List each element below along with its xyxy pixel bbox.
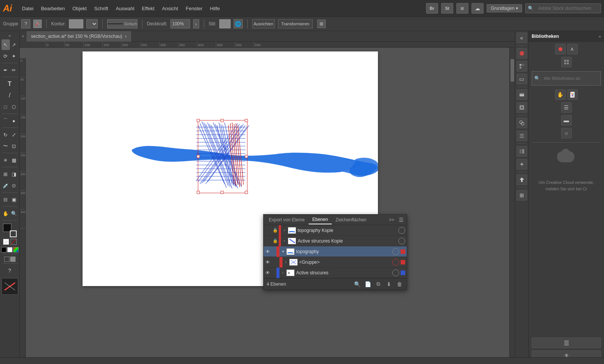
rp-rect-icon[interactable]: ▬ — [561, 115, 572, 126]
shaper-tool[interactable]: ⬡ — [10, 101, 18, 112]
layer-expand-btn[interactable]: › — [279, 268, 286, 278]
mesh-tool[interactable]: ⊞ — [2, 169, 10, 179]
layer-lock-btn[interactable]: 🔒 — [272, 236, 279, 246]
artboard-container[interactable]: Export von Eleme Ebenen Zeichenflächen >… — [26, 48, 515, 364]
stroke-width-select[interactable] — [86, 19, 98, 28]
measure-tool[interactable]: ⊙ — [10, 180, 18, 191]
layer-row-active[interactable]: 👁 › + Active strucures — [264, 268, 407, 278]
collapse-tools-btn[interactable]: « — [2, 33, 18, 39]
hand-tool[interactable]: ✋ — [2, 208, 10, 219]
canvas-content[interactable]: 0 50 100 150 200 250 300 350 400 — [20, 48, 515, 364]
layer-target-circle[interactable] — [392, 269, 399, 276]
layers-new-layer-btn[interactable]: 📄 — [364, 280, 372, 288]
panel-menu-btn[interactable]: ☰ — [397, 216, 405, 224]
stil-color-box[interactable] — [219, 19, 231, 28]
menu-auswahl[interactable]: Auswahl — [112, 4, 138, 13]
rp-circle-icon[interactable]: ○ — [561, 128, 572, 138]
none-swatch[interactable] — [11, 239, 17, 245]
layer-row-topography-kopie[interactable]: 🔒 › topography Kopie — [264, 225, 407, 236]
stroke-style-preview[interactable]: Einfach — [107, 19, 137, 28]
rp-search-input[interactable] — [542, 74, 598, 83]
strip-stroke-btn[interactable] — [517, 89, 527, 100]
layer-target-circle[interactable] — [392, 248, 399, 255]
options-question-btn[interactable]: ? — [21, 19, 30, 28]
layer-visibility-toggle[interactable]: 👁 — [264, 246, 272, 257]
document-tab[interactable]: section_active.ai* bei 150 % (RGB/Vorsch… — [27, 31, 132, 42]
layer-row-gruppe[interactable]: 👁 › <Gruppe> — [264, 257, 407, 268]
layer-expand-btn[interactable]: ▾ — [279, 246, 286, 257]
help-tool[interactable]: ? — [2, 265, 18, 276]
layer-expand-btn[interactable]: › — [281, 236, 288, 246]
strip-link-btn[interactable] — [517, 159, 527, 170]
layers-move-down-btn[interactable]: ⬇ — [385, 280, 393, 288]
rectangle-tool[interactable]: □ — [2, 101, 10, 112]
workspace-switcher-icon[interactable]: ⊞ — [456, 3, 468, 14]
strip-export-btn[interactable] — [517, 174, 527, 185]
eyedropper-tool[interactable]: 💉 — [2, 180, 10, 191]
document-close-btn[interactable]: × — [125, 34, 127, 39]
strip-pathfinder-btn[interactable] — [517, 118, 527, 128]
layer-lock-btn[interactable] — [272, 268, 276, 278]
layer-row-active-kopie[interactable]: 🔒 › Active strucures Kopie — [264, 236, 407, 246]
layer-visibility-toggle[interactable] — [264, 236, 272, 246]
layer-target-circle[interactable] — [398, 227, 405, 234]
strip-align-btn[interactable] — [517, 131, 527, 141]
scale-tool[interactable]: ⤢ — [10, 129, 18, 140]
menu-ansicht[interactable]: Ansicht — [158, 4, 182, 13]
gradient-tool[interactable]: ◨ — [10, 169, 18, 179]
tab-ebenen[interactable]: Ebenen — [309, 215, 332, 224]
pencil-tool-icon[interactable] — [33, 20, 42, 28]
stroke-swatch[interactable] — [10, 230, 17, 237]
scroll-thumb-v[interactable] — [510, 59, 514, 82]
rp-menu-icon[interactable]: ☰ — [561, 102, 572, 113]
rp-color-icon[interactable] — [555, 44, 566, 54]
rp-layers-btn[interactable] — [532, 338, 601, 348]
vertical-scrollbar[interactable] — [509, 48, 515, 364]
menu-bearbeiten[interactable]: Bearbeiten — [37, 4, 69, 13]
adobe-stock-search[interactable] — [535, 5, 598, 12]
menu-datei[interactable]: Datei — [18, 4, 37, 13]
menu-hilfe[interactable]: Hilfe — [206, 4, 224, 13]
layer-expand-btn[interactable]: › — [282, 257, 289, 268]
black-swatch[interactable] — [1, 247, 6, 252]
layers-delete-btn[interactable]: 🗑 — [395, 280, 404, 288]
strip-collapse-btn[interactable]: « — [517, 33, 527, 43]
white-swatch[interactable] — [7, 247, 12, 252]
slice-tool[interactable]: ⊟ — [2, 194, 10, 205]
stock-btn[interactable]: St — [441, 3, 453, 14]
strip-artboards-btn[interactable]: ⊞ — [517, 190, 527, 201]
rotate-tool[interactable]: ↻ — [2, 129, 10, 140]
type-tool[interactable]: T — [2, 79, 18, 89]
direct-selection-tool[interactable]: ↗ — [10, 39, 18, 50]
menu-schrift[interactable]: Schrift — [91, 4, 112, 13]
layer-lock-btn[interactable] — [272, 257, 276, 268]
strip-gradient-btn[interactable]: ▭ — [517, 74, 527, 84]
ausrichten-btn[interactable]: Ausrichten — [252, 19, 275, 28]
strip-color-btn[interactable] — [517, 48, 527, 59]
pencil-tool[interactable]: ✏ — [10, 65, 18, 75]
transform-more-icon[interactable]: ⊞ — [317, 20, 326, 28]
lasso-tool[interactable]: ⟳ — [2, 51, 10, 61]
tab-export[interactable]: Export von Eleme — [265, 216, 309, 224]
panel-more-btn[interactable]: >> — [387, 216, 396, 223]
transformieren-btn[interactable]: Transformieren — [278, 19, 313, 28]
normal-mode-btn[interactable] — [4, 257, 9, 262]
menu-effekt[interactable]: Effekt — [138, 4, 158, 13]
pen-tool[interactable]: ✒ — [2, 65, 10, 75]
layer-lock-btn[interactable]: 🔒 — [272, 225, 279, 236]
blob-brush-tool[interactable]: ● — [10, 115, 18, 126]
deckkraft-input[interactable] — [170, 19, 190, 28]
rp-card-icon[interactable]: 🃏 — [567, 89, 578, 100]
layer-visibility-toggle[interactable] — [264, 225, 272, 236]
tab-collapse-btn[interactable]: « — [20, 31, 27, 42]
swap-colors-icon[interactable]: ⇄ — [3, 239, 9, 245]
layer-expand-btn[interactable]: › — [281, 225, 288, 236]
color-swatch[interactable] — [13, 247, 19, 252]
symbol-sprayer-tool[interactable]: ✳ — [2, 155, 10, 165]
rp-charstyle-icon[interactable]: A — [567, 44, 578, 54]
layer-row-topography[interactable]: 👁 ▾ topography — [264, 246, 407, 257]
stil-globe-icon[interactable]: 🌐 — [234, 19, 243, 28]
layer-lock-btn[interactable] — [272, 246, 276, 257]
magic-wand-tool[interactable]: ✦ — [10, 51, 18, 61]
layer-visibility-toggle[interactable]: 👁 — [264, 257, 272, 268]
